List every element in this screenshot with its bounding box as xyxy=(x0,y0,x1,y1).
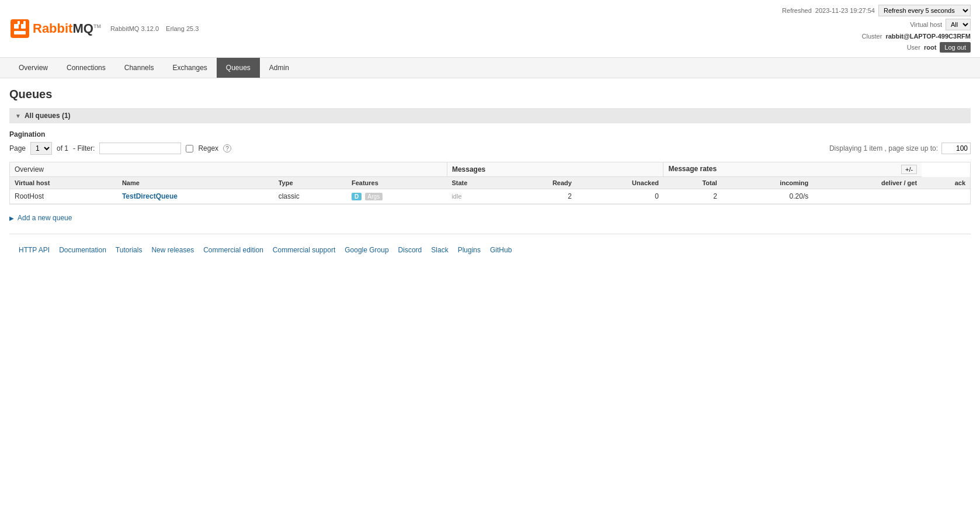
regex-checkbox[interactable] xyxy=(186,145,193,152)
footer: HTTP API Documentation Tutorials New rel… xyxy=(9,241,971,259)
logo-tm: TM xyxy=(93,23,101,29)
user-name: root xyxy=(924,44,936,51)
queues-table: Overview Messages Message rates +/- Virt… xyxy=(10,162,970,204)
top-right: Refreshed 2023-11-23 19:27:54 Refresh ev… xyxy=(782,5,971,53)
add-queue-label: Add a new queue xyxy=(18,214,72,222)
queues-table-wrapper: Overview Messages Message rates +/- Virt… xyxy=(9,162,971,204)
cell-incoming: 0.20/s xyxy=(722,189,813,204)
logo-rabbit: Rabbit xyxy=(33,21,72,36)
nav-channels[interactable]: Channels xyxy=(115,58,164,78)
svg-rect-4 xyxy=(18,21,20,25)
logout-button[interactable]: Log out xyxy=(940,42,971,53)
logo-mq: MQ xyxy=(72,21,93,36)
nav-queues[interactable]: Queues xyxy=(217,58,260,78)
cell-features: D Args xyxy=(347,189,447,204)
col-incoming: incoming xyxy=(722,177,813,189)
footer-google-group[interactable]: Google Group xyxy=(345,246,388,254)
rabbitmq-version: RabbitMQ 3.12.0 xyxy=(110,25,159,32)
footer-discord[interactable]: Discord xyxy=(398,246,422,254)
footer-new-releases[interactable]: New releases xyxy=(151,246,194,254)
cell-virtual-host: RootHost xyxy=(10,189,117,204)
footer-commercial-edition[interactable]: Commercial edition xyxy=(203,246,263,254)
add-queue-chevron-icon: ▶ xyxy=(9,215,14,221)
add-queue-section[interactable]: ▶ Add a new queue xyxy=(9,214,971,222)
footer-http-api[interactable]: HTTP API xyxy=(19,246,50,254)
nav: Overview Connections Channels Exchanges … xyxy=(0,58,980,78)
nav-admin[interactable]: Admin xyxy=(260,58,298,78)
pagination-label: Pagination xyxy=(9,130,971,138)
user-label: User xyxy=(907,44,920,51)
rabbitmq-logo-icon xyxy=(9,18,30,39)
pagination-row: Page 1 of 1 - Filter: Regex ? Displaying… xyxy=(9,142,971,155)
table-group-header-row: Overview Messages Message rates +/- xyxy=(10,162,970,177)
refresh-select[interactable]: Refresh every 5 seconds Refresh every 10… xyxy=(878,5,971,16)
display-info: Displaying 1 item , page size up to: xyxy=(829,143,971,154)
page-select[interactable]: 1 xyxy=(30,142,52,155)
feature-d-badge[interactable]: D xyxy=(352,193,362,200)
cell-ack xyxy=(922,189,970,204)
svg-rect-1 xyxy=(14,24,19,29)
queue-name-link[interactable]: TestDirectQueue xyxy=(122,192,178,200)
cell-unacked: 0 xyxy=(576,189,663,204)
col-total: Total xyxy=(663,177,722,189)
cell-ready: 2 xyxy=(508,189,576,204)
virtual-host-label: Virtual host xyxy=(910,21,942,28)
cell-name: TestDirectQueue xyxy=(117,189,274,204)
feature-args-badge[interactable]: Args xyxy=(365,193,383,200)
cell-total: 2 xyxy=(663,189,722,204)
svg-rect-3 xyxy=(14,31,26,34)
footer-documentation[interactable]: Documentation xyxy=(59,246,106,254)
cell-deliver-get xyxy=(813,189,922,204)
section-chevron-icon: ▼ xyxy=(15,113,21,119)
header: RabbitMQTM RabbitMQ 3.12.0 Erlang 25.3 R… xyxy=(0,0,980,58)
footer-github[interactable]: GitHub xyxy=(490,246,512,254)
cell-state: idle xyxy=(447,189,507,204)
overview-group-header: Overview xyxy=(10,162,447,177)
footer-slack[interactable]: Slack xyxy=(431,246,448,254)
nav-overview[interactable]: Overview xyxy=(9,58,57,78)
col-type: Type xyxy=(274,177,347,189)
all-queues-section-header[interactable]: ▼ All queues (1) xyxy=(9,108,971,123)
virtual-host-select[interactable]: All / xyxy=(946,19,971,30)
erlang-version: Erlang 25.3 xyxy=(166,25,199,32)
nav-exchanges[interactable]: Exchanges xyxy=(163,58,216,78)
footer-commercial-support[interactable]: Commercial support xyxy=(273,246,335,254)
footer-tutorials[interactable]: Tutorials xyxy=(116,246,143,254)
version-info: RabbitMQ 3.12.0 Erlang 25.3 xyxy=(110,25,199,32)
cluster-row: Cluster rabbit@LAPTOP-499C3RFM xyxy=(862,33,971,40)
state-value: idle xyxy=(451,193,461,200)
table-col-header-row: Virtual host Name Type Features State Re… xyxy=(10,177,970,189)
divider xyxy=(9,234,971,234)
col-name: Name xyxy=(117,177,274,189)
cluster-name: rabbit@LAPTOP-499C3RFM xyxy=(885,33,971,40)
logo-text: RabbitMQTM xyxy=(33,21,101,36)
main-content: Queues ▼ All queues (1) Pagination Page … xyxy=(0,78,980,268)
messages-group-header: Messages xyxy=(447,162,663,177)
displaying-label: Displaying 1 item , page size up to: xyxy=(829,144,938,152)
message-rates-group-header: Message rates +/- xyxy=(663,162,922,177)
page-size-input[interactable] xyxy=(941,143,971,154)
col-ready: Ready xyxy=(508,177,576,189)
refresh-row: Refreshed 2023-11-23 19:27:54 Refresh ev… xyxy=(782,5,971,16)
page-label: Page xyxy=(9,144,26,152)
pagination-section: Pagination Page 1 of 1 - Filter: Regex ?… xyxy=(9,130,971,155)
logo: RabbitMQTM xyxy=(9,18,101,39)
svg-rect-2 xyxy=(21,24,26,29)
table-row: RootHost TestDirectQueue classic D Args … xyxy=(10,189,970,204)
of-label: of 1 xyxy=(57,144,68,152)
nav-connections[interactable]: Connections xyxy=(57,58,115,78)
filter-input[interactable] xyxy=(99,143,181,154)
virtual-host-row: Virtual host All / xyxy=(910,19,971,30)
footer-plugins[interactable]: Plugins xyxy=(458,246,481,254)
regex-help-icon[interactable]: ? xyxy=(223,144,231,152)
cluster-label: Cluster xyxy=(862,33,882,40)
col-unacked: Unacked xyxy=(576,177,663,189)
cell-type: classic xyxy=(274,189,347,204)
page-title: Queues xyxy=(9,88,971,101)
svg-rect-5 xyxy=(23,21,26,25)
col-ack: ack xyxy=(922,177,970,189)
col-features: Features xyxy=(347,177,447,189)
logo-area: RabbitMQTM RabbitMQ 3.12.0 Erlang 25.3 xyxy=(9,18,782,39)
refreshed-label: Refreshed xyxy=(782,7,812,14)
plus-minus-button[interactable]: +/- xyxy=(901,165,917,174)
